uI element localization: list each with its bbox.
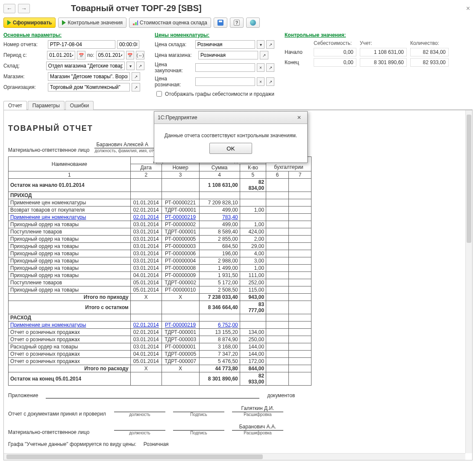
calendar-from-button[interactable]: 📅 — [77, 51, 85, 59]
disk-icon — [217, 20, 223, 26]
mol-label: Материально-ответственное лицо — [8, 147, 89, 153]
nav-back-button[interactable]: ← — [3, 4, 15, 13]
table-row: Отчет о розничных продажах05.01.2014ТДРТ… — [9, 358, 311, 365]
warehouse-label: Склад: — [3, 63, 44, 69]
save-button[interactable] — [214, 18, 227, 28]
appendix-label: Приложение — [8, 392, 38, 398]
table-row: Применение цен номенклатуры02.01.2014РТ-… — [9, 214, 311, 221]
th-num: Номер — [162, 164, 199, 171]
warehouse-price-input[interactable] — [195, 40, 255, 49]
show-cost-checkbox[interactable] — [156, 91, 162, 97]
play-icon — [7, 20, 11, 25]
ctrl-end-acct: 8 301 890,60 — [360, 58, 407, 67]
store-price-input[interactable] — [198, 51, 258, 59]
warehouse-open-button[interactable]: ↗ — [136, 62, 144, 70]
ctrl-cost-header: Себестоимость: — [314, 40, 356, 46]
globe-icon — [250, 20, 256, 26]
th-sum: Сумма — [199, 164, 240, 171]
close-icon[interactable]: × — [464, 4, 473, 13]
warehouse-input[interactable] — [46, 62, 125, 70]
table-row: Применение цен номенклатуры01.01.2014РТ-… — [9, 199, 311, 206]
table-row: Остаток на начало 01.01.20141 108 631,00… — [9, 179, 311, 192]
org-label: Организация: — [3, 84, 46, 90]
mol-sig-label: Материально-ответственное лицо — [8, 429, 106, 435]
ctrl-end-cost: 0,00 — [314, 58, 356, 67]
valuation-button[interactable]: Стоимостная оценка склада — [129, 18, 211, 28]
purchase-price-input[interactable] — [195, 63, 255, 72]
scrollbar-horizontal[interactable] — [4, 453, 465, 460]
appendix-line — [46, 398, 259, 398]
help-icon: ? — [234, 20, 240, 26]
col-num-3: 3 — [162, 171, 199, 179]
help-button[interactable]: ? — [230, 18, 244, 28]
decrypt-slot-1: Галяткин Д.И. — [232, 405, 283, 412]
th-qty: К-во — [240, 164, 266, 171]
dialog-message: Данные отчета соответствуют контрольным … — [159, 133, 303, 139]
control-values-button[interactable]: Контрольные значения — [58, 18, 126, 28]
period-picker-button[interactable]: (↔) — [136, 51, 144, 59]
ctrl-start-qty: 82 834,00 — [410, 48, 449, 56]
report-time-input[interactable] — [117, 40, 139, 49]
globe-button[interactable] — [246, 18, 260, 28]
table-row: Отчет о розничных продажах04.01.2014ТДРТ… — [9, 351, 311, 358]
show-cost-label: Отображать графы себестоимости и продажи — [165, 91, 274, 97]
generate-button[interactable]: Сформировать — [3, 18, 56, 28]
tab-errors[interactable]: Ошибки — [65, 101, 94, 110]
date-to-input[interactable] — [96, 51, 124, 59]
store-price-open[interactable]: ↗ — [260, 51, 268, 59]
warehouse-dropdown-button[interactable]: ▾ — [126, 62, 135, 70]
table-row: Приходный ордер на товары03.01.2014РТ-00… — [9, 221, 311, 228]
col-num-6: 6 — [266, 171, 289, 179]
signature-lbl-2: Подпись — [173, 431, 224, 435]
dialog-close-button[interactable]: ✕ — [294, 114, 304, 121]
decrypt-slot-2: Баранович А.А. — [232, 424, 283, 431]
calendar-to-button[interactable]: 📅 — [126, 51, 135, 59]
decrypt-lbl-2: Расшифровка — [232, 431, 283, 435]
col-num-2: 2 — [130, 171, 162, 179]
store-open-button[interactable]: ↗ — [132, 72, 140, 81]
price-kind-label: Графа "Учетные данные" формируется по ви… — [8, 441, 136, 447]
tab-report[interactable]: Отчет — [3, 101, 27, 110]
report-no-input[interactable] — [48, 40, 115, 49]
ctrl-end-qty: 82 933,00 — [410, 58, 449, 67]
table-row: Поступление товаров03.01.2014ТДРТ-000001… — [9, 228, 311, 236]
col-num-1: 1 — [9, 171, 131, 179]
main-params-header: Основные параметры: — [3, 32, 144, 38]
purchase-price-clear[interactable]: × — [257, 63, 265, 72]
table-row: Приходный ордер на товары03.01.2014РТ-00… — [9, 265, 311, 272]
purchase-price-open[interactable]: ↗ — [266, 63, 274, 72]
org-input[interactable] — [48, 83, 130, 91]
warehouse-price-label: Цена склада: — [155, 41, 194, 47]
table-row: Приходный ордер на товары03.01.2014РТ-00… — [9, 250, 311, 257]
store-input[interactable] — [48, 72, 130, 81]
warehouse-price-dropdown[interactable]: ▾ — [257, 40, 265, 49]
purchase-price-label: Цена закупочная: — [155, 62, 194, 74]
table-row: Итого по приходуXX7 238 033,40943,00 — [9, 294, 311, 301]
table-row: Итого по расходуXX44 773,80844,00 — [9, 365, 311, 372]
table-row: Итого с остатком8 346 664,4083 777,00 — [9, 301, 311, 314]
dialog-ok-button[interactable]: OK — [209, 143, 252, 154]
retail-price-clear[interactable]: × — [257, 77, 265, 86]
position-lbl-1: должность — [114, 412, 165, 417]
ctrl-end-label: Конец — [285, 59, 310, 65]
table-row: Отчет о розничных продажах03.01.2014ТДРТ… — [9, 336, 311, 343]
decrypt-lbl-1: Расшифровка — [232, 412, 283, 417]
th-date: Дата — [130, 164, 162, 171]
ctrl-qty-header: Количество: — [410, 40, 449, 46]
date-from-input[interactable] — [47, 51, 75, 59]
ctrl-acct-header: Учет: — [360, 40, 407, 46]
scrollbar-vertical[interactable] — [465, 110, 472, 453]
play-icon — [62, 20, 66, 25]
org-open-button[interactable]: ↗ — [132, 83, 140, 91]
retail-price-open[interactable]: ↗ — [266, 77, 274, 86]
chart-icon — [133, 20, 138, 25]
table-row: Остаток на конец 05.01.20148 301 890,608… — [9, 372, 311, 386]
tab-params[interactable]: Параметры — [28, 101, 65, 110]
report-no-label: Номер отчета: — [3, 41, 46, 47]
warehouse-price-open[interactable]: ↗ — [266, 40, 274, 49]
control-header: Контрольные значения: — [285, 32, 449, 38]
position-lbl-2: должность — [114, 431, 165, 435]
nav-forward-button[interactable]: → — [18, 4, 30, 13]
table-row: Поступление товаров05.01.2014ТДРТ-000002… — [9, 279, 311, 286]
retail-price-input[interactable] — [195, 77, 255, 86]
